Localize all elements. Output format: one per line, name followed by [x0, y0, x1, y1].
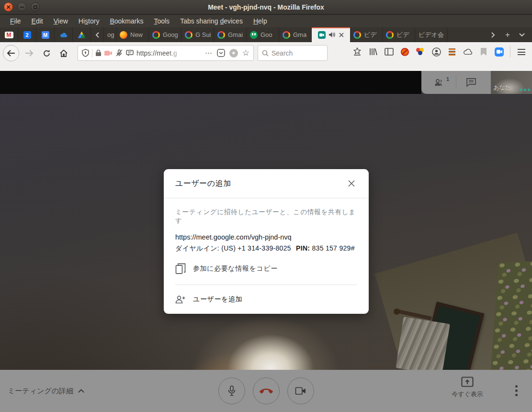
tab-audio-speaker-icon[interactable] [328, 32, 336, 38]
pinned-tab-onedrive[interactable] [55, 27, 73, 42]
menu-help[interactable]: Help [248, 16, 272, 26]
chat-icon [466, 78, 476, 87]
tracking-protection-shield-icon [82, 49, 89, 57]
window-titlebar: ✕ Meet - vgh-pjnd-nvq - Mozilla Firefox [0, 0, 532, 14]
add-users-dialog: ユーザーの追加 ミーティングに招待したユーザーと、この情報を共有します http… [164, 169, 369, 314]
camera-button[interactable] [287, 378, 314, 404]
bookmark-tray-icon[interactable] [352, 47, 362, 57]
more-options-icon[interactable] [515, 385, 518, 396]
blocker-extension-icon[interactable] [400, 47, 409, 57]
top-bar-backdrop [0, 71, 421, 94]
dialog-close-button[interactable] [346, 178, 357, 189]
tab-label: ビデオ会 [419, 31, 444, 39]
server-stack-extension-icon[interactable] [447, 47, 457, 57]
window-minimize-button[interactable] [17, 2, 26, 11]
tab-label: Gmai [228, 31, 243, 38]
sidebar-toggle-icon[interactable] [384, 47, 394, 57]
copy-joining-info-button[interactable]: 参加に必要な情報をコピー [175, 263, 357, 275]
white-curtain [396, 317, 450, 375]
menu-view[interactable]: View [48, 16, 73, 26]
microphone-button[interactable] [218, 378, 245, 404]
zoom-extension-icon[interactable] [495, 47, 504, 57]
google-favicon [185, 31, 192, 39]
participants-button[interactable]: 1 [426, 78, 456, 87]
menu-tools[interactable]: Tools [148, 16, 175, 26]
navigation-toolbar: https://meet.g ⋯ ★ ☆ [0, 42, 532, 71]
add-user-button[interactable]: ユーザーを追加 [164, 285, 369, 314]
back-button[interactable] [3, 45, 19, 61]
tab-google[interactable]: Goog [149, 27, 181, 42]
tab-label: ビデ [364, 31, 377, 39]
url-bar[interactable]: https://meet.g ⋯ ★ ☆ [78, 45, 254, 61]
audio-activity-dots [520, 89, 530, 91]
url-text[interactable]: https://meet.g [136, 49, 182, 57]
tab-overflow-partial[interactable]: og [103, 27, 116, 42]
google-favicon [152, 31, 160, 39]
pinned-tab-calendar[interactable]: 2 [18, 27, 36, 42]
pocket-icon[interactable] [217, 49, 225, 57]
microphone-permission-icon[interactable] [115, 49, 123, 57]
copy-icon [175, 263, 186, 275]
tab-gsuite[interactable]: G Sui [181, 27, 214, 42]
leave-call-button[interactable] [253, 378, 280, 404]
menu-history[interactable]: History [73, 16, 105, 26]
tab-list-dropdown-button[interactable] [516, 29, 528, 41]
tab-gmail[interactable]: Gmai [214, 27, 247, 42]
notification-bubble-icon[interactable] [126, 50, 134, 57]
forward-button[interactable] [22, 46, 36, 60]
tab-label: Goog [163, 31, 178, 38]
tab-label: ビデ [396, 31, 409, 39]
new-tab-button[interactable]: + [501, 29, 514, 41]
home-button[interactable] [57, 46, 71, 60]
menu-file[interactable]: File [5, 16, 26, 26]
tab-gmail-2[interactable]: Gma [279, 27, 312, 42]
library-icon[interactable] [368, 47, 378, 57]
page-actions-icon[interactable]: ⋯ [205, 49, 213, 57]
window-close-button[interactable]: ✕ [4, 2, 13, 11]
tab-label: G Sui [195, 31, 211, 38]
menu-edit[interactable]: Edit [26, 16, 48, 26]
page-action-star-icon[interactable]: ★ [229, 49, 238, 57]
meet-icon [318, 31, 326, 39]
meeting-bottom-bar: ミーティングの詳細 今すぐ表示 [0, 370, 532, 412]
cloud-extension-icon[interactable] [463, 47, 473, 57]
present-now-button[interactable]: 今すぐ表示 [449, 377, 486, 399]
meet-page: 1 あなた ミーティングの詳細 [0, 71, 532, 412]
google-favicon [283, 31, 290, 39]
maximize-icon [34, 5, 37, 9]
meeting-details-button[interactable]: ミーティングの詳細 [8, 387, 84, 396]
pinned-tab-translate[interactable]: M [36, 27, 55, 42]
search-input[interactable] [272, 49, 319, 57]
window-maximize-button[interactable] [31, 2, 40, 11]
menu-bookmarks[interactable]: Bookmarks [104, 16, 148, 26]
bookmark-star-icon[interactable]: ☆ [242, 49, 249, 57]
tab-label: Goo [260, 31, 272, 38]
tab-close-icon[interactable] [339, 32, 344, 38]
account-icon[interactable] [431, 47, 441, 57]
tab-strip: M 2 M og New Goog G Sui Gmai Goo Gma ビデ … [0, 27, 532, 42]
menu-tabs-sharing-devices[interactable]: Tabs sharing devices [175, 16, 248, 26]
tab-hangouts[interactable]: Goo [247, 27, 279, 42]
disabled-flag-extension-icon[interactable] [479, 47, 488, 57]
tab-video-1[interactable]: ビデ [350, 27, 383, 42]
tab-scroll-left-button[interactable] [91, 27, 103, 42]
dialog-title: ユーザーの追加 [175, 179, 231, 189]
tab-new[interactable]: New [116, 27, 149, 42]
hamburger-menu-icon[interactable] [517, 47, 526, 57]
reload-button[interactable] [39, 46, 54, 60]
tab-meet-active[interactable] [312, 27, 350, 42]
tab-video-3[interactable]: ビデオ会 [415, 27, 448, 42]
colorballs-extension-icon[interactable] [416, 47, 425, 57]
home-icon [59, 49, 68, 57]
pinned-tab-gmail[interactable]: M [0, 27, 18, 42]
tab-scroll-right-button[interactable] [487, 29, 499, 41]
camera-in-use-icon[interactable] [104, 50, 113, 56]
self-video-thumbnail[interactable]: あなた [491, 71, 532, 94]
chat-button[interactable] [456, 78, 486, 87]
search-bar[interactable] [258, 45, 328, 61]
pinned-tab-drive[interactable] [73, 27, 91, 42]
floral-curtain [491, 261, 532, 373]
tab-video-2[interactable]: ビデ [383, 27, 415, 42]
google-favicon [353, 31, 361, 39]
chevron-up-icon [78, 389, 84, 393]
